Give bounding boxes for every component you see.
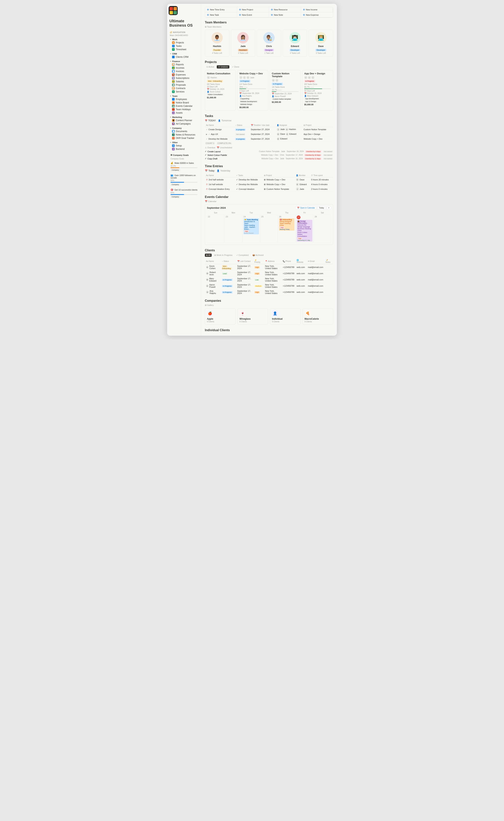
sidebar-item-contracts[interactable]: 📝 Contracts [169, 87, 199, 90]
task-check-icon: ✓ [206, 128, 207, 131]
nav-section-title-other[interactable]: ▼ Other [169, 141, 199, 144]
clients-tab-archived[interactable]: 📦 Archived [251, 253, 265, 257]
project-status-app: In Progress [304, 80, 315, 82]
nav-section-title-marketing[interactable]: ▼ Marketing [169, 115, 199, 119]
setup-icon: ⚙ [172, 144, 175, 147]
sidebar-item-content-planner[interactable]: 📱 Content Planner [169, 119, 199, 122]
sidebar-item-services[interactable]: ⚙ Services [169, 90, 199, 93]
sidebar-item-expenses[interactable]: 💸 Expenses [169, 73, 199, 76]
table-row: A Ana Ralphs In Progress September 17, 2… [205, 289, 333, 295]
qa-new-income[interactable]: ⊕ New Income [301, 7, 333, 12]
qa-new-time-entry[interactable]: ⊕ New Time Entry [205, 7, 237, 12]
sidebar-item-assets[interactable]: 🗂 Assets [169, 111, 199, 114]
project-manager-custom: 👤 Aaron Powell [272, 95, 299, 97]
sidebar-item-proposals[interactable]: 📋 Proposals [169, 83, 199, 87]
sidebar-item-employees[interactable]: 👥 Employees [169, 98, 199, 101]
sidebar-item-ad-campaigns[interactable]: 📢 Ad Campaigns [169, 122, 199, 125]
goal-bar-sales [171, 167, 197, 168]
sidebar-item-backend[interactable]: 🖥 Backend [169, 147, 199, 151]
cal-event-onboarding[interactable]: 🎯 Onboarding Hiring Designer Team meetin… [279, 218, 294, 230]
sidebar-item-setup[interactable]: ⚙ Setup [169, 144, 199, 147]
project-members-website: J C E Jade [239, 76, 266, 79]
sidebar-item-okr[interactable]: 🎯 OKR Goal Tracker [169, 136, 199, 140]
col-priority: ⚡ Priority [253, 258, 264, 264]
clients-tab-all[interactable]: ⊞ All [205, 253, 212, 257]
col-status: ○ Status [234, 123, 250, 127]
project-icon: ⊞ [264, 188, 266, 190]
table-row: R Robert levin Lead September 17, 2024 H… [205, 270, 333, 277]
company-clients-macrocalorie: 0 Clients [305, 320, 331, 323]
sidebar-item-timesheet[interactable]: ⏱ Timesheet [169, 48, 199, 51]
tab-tomorrow[interactable]: 👤 Tomorrow [218, 119, 231, 122]
qa-new-expense[interactable]: ⊕ New Expense [301, 12, 333, 18]
tab-active[interactable]: ⊙ Active [205, 65, 216, 68]
goal-progress-sales: 33.3% [171, 165, 197, 167]
sidebar-item-reports[interactable]: 📊 Reports [169, 63, 199, 66]
project-tasks-custom: 1/6 Tasks Done [272, 86, 299, 88]
role-badge-hashim: Founder [212, 49, 222, 51]
nav-section-title-work[interactable]: ▼ Work [169, 38, 199, 41]
project-name-website: Website Copy + Dev [239, 72, 266, 75]
individuals-section: Individual Clients [205, 328, 333, 332]
sidebar-item-events-calendar[interactable]: 📅 Events Calendar [169, 104, 199, 108]
role-badge-chris: Designer [264, 49, 274, 51]
tab-today-time[interactable]: 📅 Today [205, 169, 214, 172]
avatar-hashim: 👨🏾‍💼 [211, 32, 223, 43]
member-av: J [296, 187, 299, 191]
qa-new-note[interactable]: ⊕ New Note [269, 12, 301, 18]
clients-tab-wip[interactable]: ⊞ Work In Progress [213, 253, 234, 257]
goal-progress-clients: 50% [171, 192, 197, 194]
nav-section-title-crm[interactable]: ▼ CRM [169, 52, 199, 55]
sidebar-item-team-holidays[interactable]: 🌴 Team Holidays [169, 108, 199, 111]
overdue-status-3: Not started [323, 157, 333, 160]
task-name-cell: ▶ ✓ App UX [205, 132, 234, 137]
nav-section-title-finance[interactable]: ▼ Finance [169, 59, 199, 63]
qa-new-resource[interactable]: ⊕ New Resource [269, 7, 301, 12]
project-status-custom: In Progress [272, 83, 283, 85]
cal-event-design-philosophy[interactable]: 💼 Design Philosophy... Discuss the desig… [297, 220, 312, 241]
event-attendees2: Kevin Cohen [297, 231, 311, 233]
sidebar-item-invoices[interactable]: 📄 Invoices [169, 70, 199, 73]
tab-done[interactable]: ✓ Done [230, 65, 241, 68]
nav-section-title-company[interactable]: ▼ Company [169, 126, 199, 130]
open-calendar-button[interactable]: 📅 Open in Calendar [295, 206, 317, 209]
qa-new-event[interactable]: ⊕ New Event [237, 12, 269, 18]
goal-progress-followers: 50% [171, 179, 197, 181]
cal-event-team-meeting[interactable]: 🤝 Team Meeting Introduction to Team Team… [244, 218, 259, 234]
project-tags-app: App Development App UI Design [304, 98, 331, 103]
sidebar-item-documents[interactable]: 📄 Documents [169, 130, 199, 133]
task-assignee-cell: E Edward [276, 137, 303, 141]
overdue-header: ⚠ Overdue 📅 Unscheduled [205, 146, 333, 149]
client-avatar: M [206, 278, 209, 281]
sidebar-item-subscriptions[interactable]: 🔄 Subscriptions [169, 76, 199, 80]
today-button[interactable]: Today [317, 206, 326, 209]
overdue-status-1: Not started [323, 150, 333, 153]
clients-tab-completed[interactable]: ✓ Completed [235, 253, 250, 257]
priority-badge: Medium [254, 285, 262, 287]
sidebar-item-notes-resources[interactable]: 📓 Notes & Resources [169, 133, 199, 136]
tab-undone[interactable]: ✕ Undone [217, 65, 229, 68]
nav-section-title-team[interactable]: ▼ Team [169, 94, 199, 98]
company-card-macrocalorie: 🍕 MacroCalorie 0 Clients [303, 308, 333, 325]
tasks-icon: ✓ [172, 45, 175, 47]
qa-new-task[interactable]: ⊕ New Task [205, 12, 237, 18]
qa-new-project[interactable]: ⊕ New Project [237, 7, 269, 12]
sidebar-item-salaries[interactable]: 💵 Salaries [169, 80, 199, 83]
sidebar-item-incomes[interactable]: 💰 Incomes [169, 66, 199, 70]
plus-icon: ⊕ [271, 13, 273, 16]
client-contact-5: September 17, 2024 [236, 289, 253, 295]
company-card-apple: 🍎 Apple 0 Clients [205, 308, 236, 325]
next-button[interactable]: > [327, 206, 331, 209]
sidebar-item-clients-crm[interactable]: 👤 Clients CRM [169, 55, 199, 59]
task-status-cell: In progress [234, 137, 250, 141]
tab-today[interactable]: 📅 TODAY [205, 119, 216, 122]
time-entries-title: Time Entries [205, 164, 333, 168]
sidebar-item-notice-board[interactable]: 📌 Notice Board [169, 101, 199, 104]
sidebar-item-tasks[interactable]: ✓ Tasks [169, 44, 199, 48]
task-check-icon: ✓ [206, 138, 207, 140]
task-assignee-cell: J Jade H Hashim [276, 127, 303, 132]
sidebar-item-projects[interactable]: ■ Projects [169, 41, 199, 44]
day-num-26: 26 [279, 215, 294, 218]
tab-yesterday-time[interactable]: 👤 Yesterday [217, 169, 230, 172]
time-entries-section: Time Entries 📅 Today 👤 Yesterday Aα Name [205, 164, 333, 191]
